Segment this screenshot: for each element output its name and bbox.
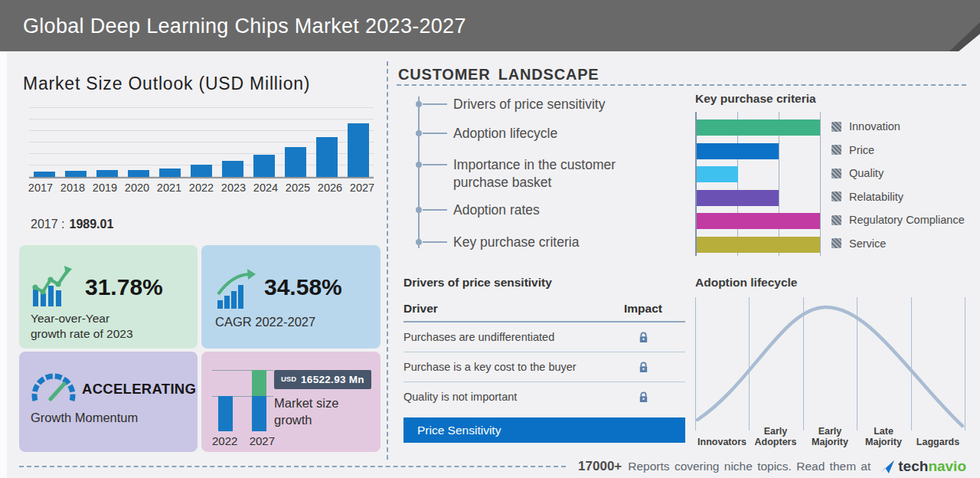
price-sensitivity-highlight-row: Price Sensitivity bbox=[403, 417, 685, 443]
base-year-amount: 1989.01 bbox=[69, 218, 113, 231]
year-label: 2024 bbox=[250, 182, 282, 194]
lifecycle-stage-label: EarlyMajority bbox=[803, 426, 857, 447]
lifecycle-gridline bbox=[749, 297, 750, 431]
badge-amount: 16522.93 Mn bbox=[301, 374, 364, 385]
impact-cell bbox=[601, 391, 685, 404]
landscape-item: Drivers of price sensitivity bbox=[453, 96, 605, 113]
growth-label-line2: growth bbox=[274, 411, 338, 428]
page-title: Global Deep Learning Chips Market 2023-2… bbox=[23, 14, 466, 38]
impact-cell bbox=[601, 361, 685, 374]
market-bar-2018 bbox=[65, 171, 87, 177]
lock-icon bbox=[638, 331, 649, 344]
market-bar-2024 bbox=[253, 155, 275, 177]
left-page-edge bbox=[0, 51, 7, 478]
growth-year-start: 2022 bbox=[212, 434, 237, 447]
landscape-item: Key purchase criteria bbox=[453, 234, 579, 251]
connector-line bbox=[423, 103, 447, 105]
growth-label-line1: Market size bbox=[274, 395, 338, 411]
market-chart-bars bbox=[29, 106, 374, 177]
price-drivers-table: Driver Impact Purchases are undifferenti… bbox=[403, 302, 685, 411]
year-label: 2021 bbox=[153, 182, 185, 194]
legend-item: Innovation bbox=[831, 115, 965, 139]
footer: 17000+ Reports covering niche topics. Re… bbox=[19, 457, 966, 476]
market-bar-2025 bbox=[285, 147, 306, 177]
year-label: 2025 bbox=[282, 182, 314, 194]
criteria-bar bbox=[697, 213, 820, 229]
bar-2027-base-segment bbox=[252, 396, 266, 431]
speedometer-icon bbox=[30, 367, 77, 404]
connector-line bbox=[423, 133, 447, 134]
market-size-growth-card: 2022 2027 USD16522.93 Mn Market size gro… bbox=[201, 352, 381, 452]
lifecycle-stage-label: Innovators bbox=[695, 437, 749, 447]
market-bar-2020 bbox=[128, 170, 149, 177]
bullet-dot bbox=[416, 130, 422, 136]
hatched-square-icon bbox=[831, 169, 841, 178]
usd-value-badge: USD16522.93 Mn bbox=[274, 370, 371, 389]
year-label: 2022 bbox=[185, 182, 217, 194]
bar-slot bbox=[311, 106, 342, 177]
market-bar-2027 bbox=[348, 123, 369, 177]
footer-dashed-line bbox=[19, 466, 566, 467]
driver-row: Purchase is a key cost to the buyer bbox=[403, 352, 685, 382]
criteria-bar bbox=[697, 120, 820, 136]
landscape-list: Drivers of price sensitivityAdoption lif… bbox=[406, 93, 689, 256]
driver-row: Quality is not important bbox=[403, 382, 685, 411]
technavio-logo[interactable]: technavio bbox=[880, 458, 966, 475]
price-sensitivity-label: Price Sensitivity bbox=[403, 424, 601, 437]
legend-label: Regulatory Compliance bbox=[849, 214, 965, 226]
bar-slot bbox=[186, 106, 217, 177]
bullet-dot bbox=[416, 239, 422, 245]
adoption-lifecycle-title: Adoption lifecycle bbox=[695, 276, 798, 290]
growth-curve-arrow-icon bbox=[215, 268, 260, 309]
connector-line bbox=[423, 209, 447, 211]
logo-text-tech: tech bbox=[898, 458, 928, 475]
infographic-page: Global Deep Learning Chips Market 2023-2… bbox=[0, 0, 980, 478]
footer-text: Reports covering niche topics. Read them… bbox=[628, 460, 871, 473]
bar-slot bbox=[29, 106, 60, 177]
table-header-row: Driver Impact bbox=[403, 302, 685, 322]
stacked-growth-bars-icon: 2022 2027 bbox=[212, 367, 275, 447]
bar-2027-growth-segment bbox=[252, 370, 266, 396]
impact-column-header: Impact bbox=[601, 302, 685, 316]
bar-chart-trend-icon bbox=[30, 264, 79, 309]
cagr-label: CAGR 2022-2027 bbox=[215, 314, 315, 329]
lock-icon bbox=[638, 361, 649, 374]
legend-item: Relatability bbox=[831, 185, 965, 209]
vertical-dashed-divider bbox=[387, 61, 388, 460]
lifecycle-gridline bbox=[857, 297, 858, 431]
adoption-lifecycle-chart: InnovatorsEarlyAdoptersEarlyMajorityLate… bbox=[695, 297, 965, 449]
legend-label: Service bbox=[849, 237, 886, 250]
badge-currency: USD bbox=[281, 375, 296, 383]
bar-slot bbox=[248, 106, 279, 177]
driver-label: Purchase is a key cost to the buyer bbox=[403, 361, 601, 373]
bar-slot bbox=[60, 106, 92, 177]
legend-item: Regulatory Compliance bbox=[831, 208, 965, 232]
market-bar-2021 bbox=[159, 169, 181, 177]
momentum-value: ACCELERATING bbox=[82, 381, 196, 398]
criteria-gridline bbox=[820, 112, 821, 256]
hatched-square-icon bbox=[831, 145, 841, 155]
yoy-growth-label-line1: Year-over-Year bbox=[31, 311, 133, 326]
hatched-square-icon bbox=[831, 215, 841, 225]
base-year-value: 2017 :1989.01 bbox=[31, 218, 113, 231]
impact-cell bbox=[601, 331, 685, 344]
yoy-growth-label-line2: growth rate of 2023 bbox=[31, 326, 133, 342]
criteria-bar bbox=[697, 190, 779, 206]
lifecycle-stage-label: Laggards bbox=[911, 437, 965, 447]
dashed-underline bbox=[397, 84, 966, 86]
criteria-legend: InnovationPriceQualityRelatabilityRegula… bbox=[831, 115, 965, 255]
key-purchase-criteria-title: Key purchase criteria bbox=[695, 92, 816, 106]
cagr-card: 34.58% CAGR 2022-2027 bbox=[201, 245, 381, 349]
legend-label: Innovation bbox=[849, 120, 900, 133]
technavio-arrow-icon bbox=[880, 459, 895, 474]
bullet-dot bbox=[416, 162, 422, 168]
legend-item: Service bbox=[831, 232, 965, 256]
lifecycle-gridline bbox=[965, 297, 965, 431]
header-bar: Global Deep Learning Chips Market 2023-2… bbox=[0, 0, 980, 51]
landscape-item: Importance in the customer purchase bask… bbox=[453, 156, 641, 192]
connector-line bbox=[423, 164, 447, 165]
year-label: 2020 bbox=[121, 182, 153, 194]
price-drivers-title: Drivers of price sensitivity bbox=[403, 276, 552, 290]
bar-slot bbox=[279, 106, 311, 177]
bell-curve bbox=[695, 297, 965, 431]
